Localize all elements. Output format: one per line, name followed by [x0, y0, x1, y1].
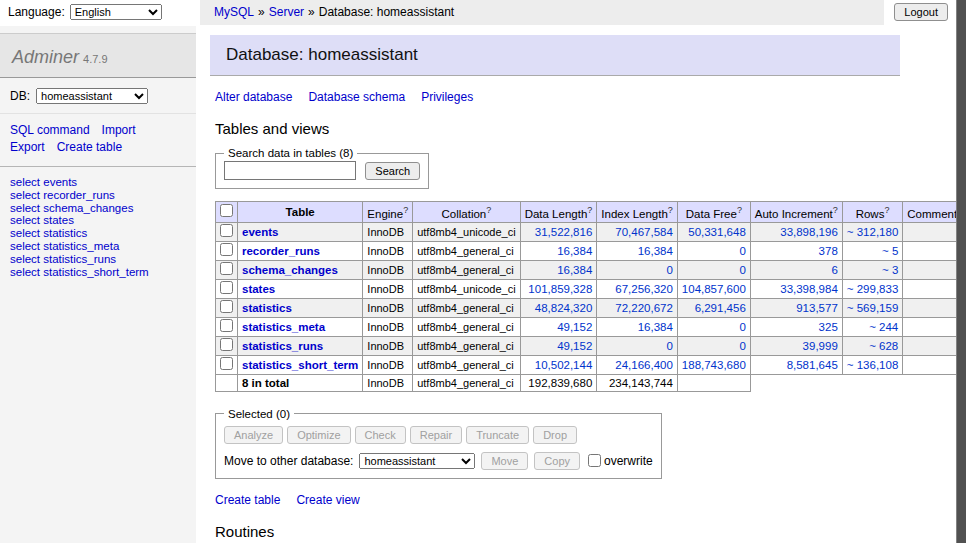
- column-help-link[interactable]: ?: [668, 205, 673, 215]
- sidebar-table-link[interactable]: select recorder_runs: [10, 189, 186, 202]
- row-checkbox[interactable]: [220, 224, 233, 237]
- sidebar-table-link[interactable]: select statistics_meta: [10, 240, 186, 253]
- sidebar-table-link[interactable]: select statistics_short_term: [10, 266, 186, 279]
- data-free-cell[interactable]: 6,291,456: [677, 298, 750, 317]
- data-length-cell[interactable]: 49,152: [520, 336, 597, 355]
- app-title-link[interactable]: Adminer: [12, 47, 79, 67]
- auto-increment-cell[interactable]: 33,898,196: [750, 222, 842, 241]
- index-length-cell[interactable]: 16,384: [597, 317, 678, 336]
- logout-button[interactable]: Logout: [894, 3, 948, 21]
- db-action-link[interactable]: Alter database: [215, 90, 292, 104]
- drop-button[interactable]: Drop: [533, 426, 577, 444]
- data-length-cell[interactable]: 48,824,320: [520, 298, 597, 317]
- index-length-cell[interactable]: 0: [597, 336, 678, 355]
- data-free-cell[interactable]: 0: [677, 317, 750, 336]
- sidebar-table-link[interactable]: select states: [10, 214, 186, 227]
- language-select[interactable]: English: [70, 4, 162, 20]
- row-checkbox[interactable]: [220, 300, 233, 313]
- auto-increment-cell[interactable]: 39,999: [750, 336, 842, 355]
- table-name-link[interactable]: statistics_meta: [242, 321, 325, 333]
- analyze-button[interactable]: Analyze: [224, 426, 283, 444]
- rows-cell[interactable]: ~ 244: [842, 317, 902, 336]
- table-name-link[interactable]: statistics_runs: [242, 340, 323, 352]
- rows-cell[interactable]: ~ 3: [842, 260, 902, 279]
- auto-increment-cell[interactable]: 378: [750, 241, 842, 260]
- data-length-cell[interactable]: 16,384: [520, 241, 597, 260]
- data-free-cell[interactable]: 0: [677, 241, 750, 260]
- rows-cell[interactable]: ~ 569,159: [842, 298, 902, 317]
- move-button[interactable]: Move: [481, 452, 528, 470]
- data-free-cell[interactable]: 0: [677, 336, 750, 355]
- auto-increment-cell[interactable]: 8,581,645: [750, 355, 842, 374]
- row-checkbox[interactable]: [220, 243, 233, 256]
- breadcrumb-mysql-link[interactable]: MySQL: [214, 5, 254, 19]
- table-name-link[interactable]: events: [242, 226, 278, 238]
- auto-increment-cell[interactable]: 33,398,984: [750, 279, 842, 298]
- table-name-link[interactable]: states: [242, 283, 275, 295]
- sidebar-command-link[interactable]: Create table: [57, 140, 122, 154]
- row-checkbox[interactable]: [220, 319, 233, 332]
- data-length-cell[interactable]: 10,502,144: [520, 355, 597, 374]
- data-free-cell[interactable]: 0: [677, 260, 750, 279]
- vertical-scrollbar[interactable]: [956, 0, 966, 543]
- table-name-link[interactable]: recorder_runs: [242, 245, 320, 257]
- copy-button[interactable]: Copy: [534, 452, 580, 470]
- sidebar-table-link[interactable]: select statistics: [10, 227, 186, 240]
- data-free-cell[interactable]: 104,857,600: [677, 279, 750, 298]
- index-length-cell[interactable]: 70,467,584: [597, 222, 678, 241]
- rows-cell[interactable]: ~ 312,180: [842, 222, 902, 241]
- row-checkbox[interactable]: [220, 357, 233, 370]
- data-length-cell[interactable]: 101,859,328: [520, 279, 597, 298]
- data-free-cell[interactable]: 50,331,648: [677, 222, 750, 241]
- sidebar-command-link[interactable]: Export: [10, 140, 45, 154]
- search-button[interactable]: Search: [365, 162, 420, 180]
- rows-cell[interactable]: ~ 136,108: [842, 355, 902, 374]
- db-select[interactable]: homeassistant: [36, 88, 148, 104]
- column-help-link[interactable]: ?: [486, 205, 491, 215]
- repair-button[interactable]: Repair: [410, 426, 462, 444]
- overwrite-checkbox[interactable]: [588, 454, 601, 467]
- data-free-cell[interactable]: 188,743,680: [677, 355, 750, 374]
- rows-cell[interactable]: ~ 299,833: [842, 279, 902, 298]
- create-link[interactable]: Create view: [296, 493, 359, 507]
- index-length-cell[interactable]: 16,384: [597, 241, 678, 260]
- create-link[interactable]: Create table: [215, 493, 280, 507]
- index-length-cell[interactable]: 67,256,320: [597, 279, 678, 298]
- index-length-cell[interactable]: 0: [597, 260, 678, 279]
- column-help-link[interactable]: ?: [833, 205, 838, 215]
- sidebar-table-link[interactable]: select events: [10, 176, 186, 189]
- auto-increment-cell[interactable]: 325: [750, 317, 842, 336]
- sidebar-table-link[interactable]: select schema_changes: [10, 202, 186, 215]
- row-checkbox[interactable]: [220, 281, 233, 294]
- breadcrumb-server-link[interactable]: Server: [269, 5, 304, 19]
- table-name-link[interactable]: statistics_short_term: [242, 359, 358, 371]
- truncate-button[interactable]: Truncate: [466, 426, 529, 444]
- optimize-button[interactable]: Optimize: [287, 426, 350, 444]
- sidebar-command-link[interactable]: Import: [102, 123, 136, 137]
- data-length-cell[interactable]: 31,522,816: [520, 222, 597, 241]
- auto-increment-cell[interactable]: 913,577: [750, 298, 842, 317]
- db-action-link[interactable]: Privileges: [421, 90, 473, 104]
- column-help-link[interactable]: ?: [403, 205, 408, 215]
- row-checkbox[interactable]: [220, 338, 233, 351]
- rows-cell[interactable]: ~ 5: [842, 241, 902, 260]
- column-help-link[interactable]: ?: [884, 205, 889, 215]
- auto-increment-cell[interactable]: 6: [750, 260, 842, 279]
- sidebar-table-link[interactable]: select statistics_runs: [10, 253, 186, 266]
- column-help-link[interactable]: ?: [587, 205, 592, 215]
- index-length-cell[interactable]: 72,220,672: [597, 298, 678, 317]
- move-db-select[interactable]: homeassistant: [359, 453, 475, 469]
- column-help-link[interactable]: ?: [737, 205, 742, 215]
- data-length-cell[interactable]: 16,384: [520, 260, 597, 279]
- table-name-link[interactable]: statistics: [242, 302, 292, 314]
- data-length-cell[interactable]: 49,152: [520, 317, 597, 336]
- table-name-link[interactable]: schema_changes: [242, 264, 338, 276]
- rows-cell[interactable]: ~ 628: [842, 336, 902, 355]
- db-action-link[interactable]: Database schema: [308, 90, 405, 104]
- select-all-checkbox[interactable]: [220, 204, 233, 217]
- check-button[interactable]: Check: [355, 426, 406, 444]
- row-checkbox[interactable]: [220, 262, 233, 275]
- index-length-cell[interactable]: 24,166,400: [597, 355, 678, 374]
- search-input[interactable]: [224, 161, 356, 180]
- sidebar-command-link[interactable]: SQL command: [10, 123, 90, 137]
